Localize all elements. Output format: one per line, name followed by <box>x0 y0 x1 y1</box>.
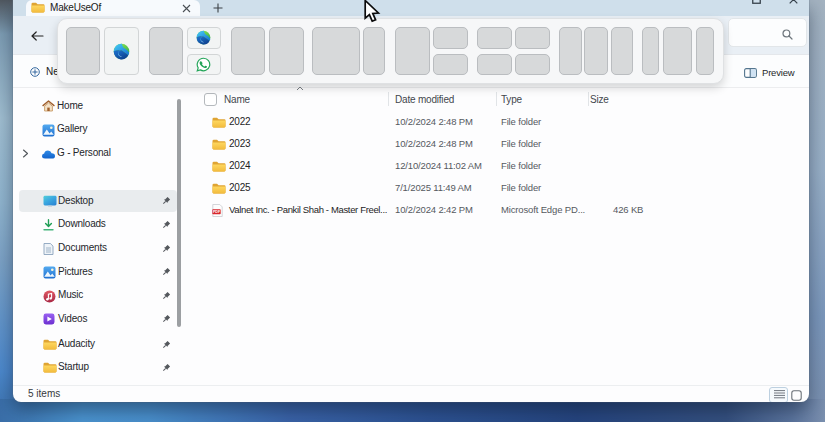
svg-text:PDF: PDF <box>213 210 221 214</box>
